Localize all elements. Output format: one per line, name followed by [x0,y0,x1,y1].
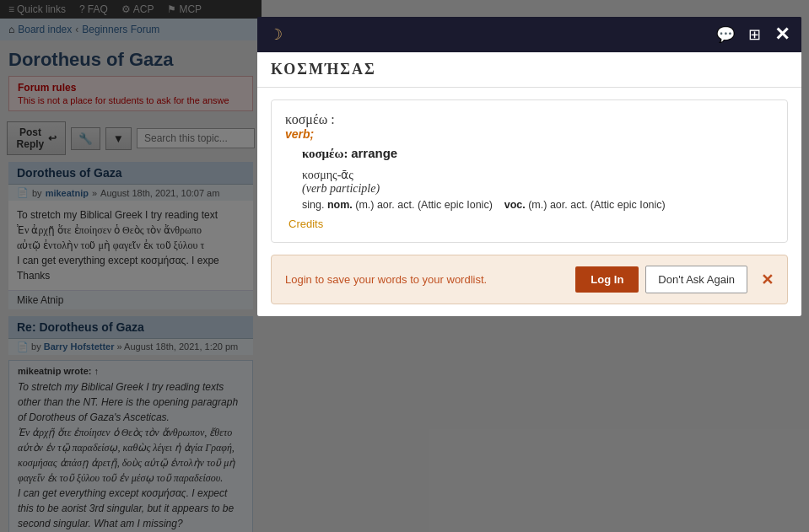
save-bar: Login to save your words to your wordlis… [271,255,788,304]
save-bar-actions: Log In Don't Ask Again ✕ [575,266,774,293]
save-bar-close-button[interactable]: ✕ [761,271,774,289]
word-pos: verb; [285,127,774,141]
modal-body: κοσμέω : verb; κοσμέω: arrange κοσμης-ᾱς… [257,88,801,316]
dont-ask-button[interactable]: Don't Ask Again [645,266,747,293]
grid-icon[interactable]: ⊞ [748,25,761,44]
word-translation: κοσμέω: arrange [302,146,774,161]
modal-close-button[interactable]: ✕ [774,24,790,46]
modal-header: ☽ 💬 ⊞ ✕ [257,17,801,52]
comment-icon[interactable]: 💬 [716,25,735,44]
modal-header-icons: 💬 ⊞ ✕ [716,24,790,46]
word-lookup-modal: ☽ 💬 ⊞ ✕ ΚΟΣΜΉΣΑΣ κοσμέω : verb; κοσμέω: … [257,17,801,316]
word-card: κοσμέω : verb; κοσμέω: arrange κοσμης-ᾱς… [271,99,788,243]
modal-word-title: ΚΟΣΜΉΣΑΣ [271,61,788,78]
word-inflection: sing. nom. (m.) aor. act. (Attic epic Io… [302,199,774,211]
word-lemma: κοσμέω : [285,112,774,127]
credits-link[interactable]: Credits [289,218,323,230]
word-form: κοσμης-ᾱς (verb participle) [302,168,774,196]
modal-logo: ☽ [269,25,283,44]
modal-title-bar: ΚΟΣΜΉΣΑΣ [257,52,801,88]
login-button[interactable]: Log In [575,266,639,293]
save-bar-text: Login to save your words to your wordlis… [285,273,487,286]
